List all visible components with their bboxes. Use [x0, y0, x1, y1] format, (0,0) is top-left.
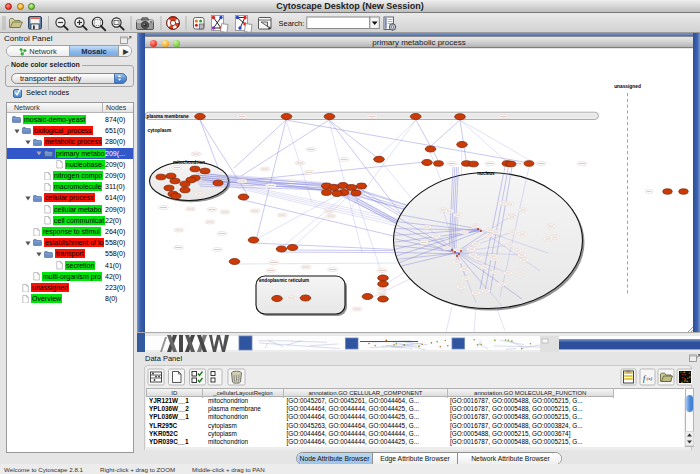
svg-text:cytoplasm: cytoplasm — [148, 128, 172, 133]
svg-text:(x): (x) — [647, 376, 653, 381]
svg-text:mitochondrion: mitochondrion — [173, 160, 205, 165]
svg-text:nucleus: nucleus — [477, 171, 495, 176]
svg-text:Search:: Search: — [279, 19, 305, 28]
svg-text:unassigned: unassigned — [614, 84, 641, 89]
svg-text:endoplasmic reticulum: endoplasmic reticulum — [259, 278, 309, 283]
svg-text:plasma membrane: plasma membrane — [147, 114, 189, 119]
